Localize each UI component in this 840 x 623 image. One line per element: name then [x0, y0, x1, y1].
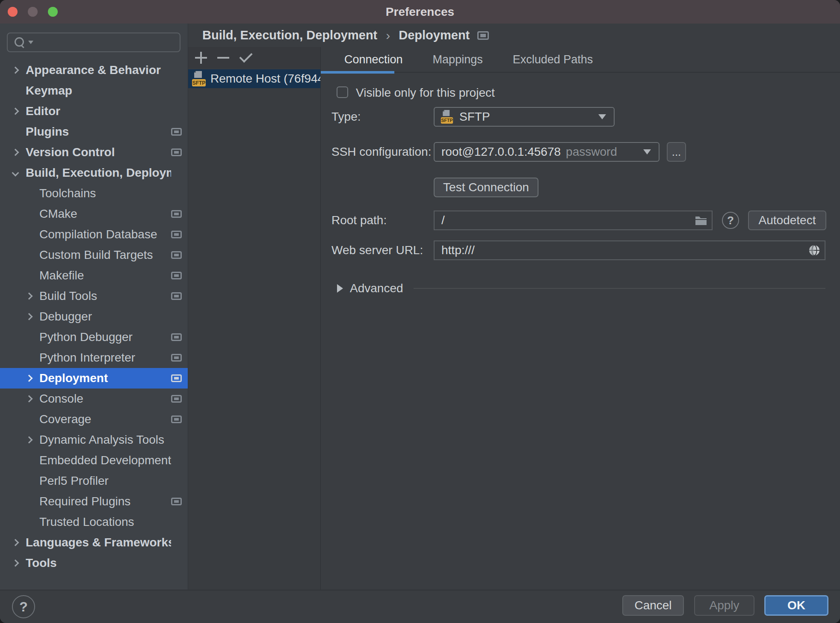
sidebar-item[interactable]: Trusted Locations	[0, 512, 188, 532]
sidebar-item[interactable]: Keymap	[0, 80, 188, 101]
web-server-url-input[interactable]	[435, 241, 825, 259]
breadcrumb-separator: ›	[385, 28, 391, 43]
ok-button[interactable]: OK	[764, 595, 828, 616]
sidebar-item-label: Keymap	[26, 84, 171, 98]
sidebar-item[interactable]: Embedded Development	[0, 450, 188, 471]
type-dropdown[interactable]: SFTP SFTP	[434, 107, 615, 127]
root-path-row: Root path: ? Autodetect	[321, 211, 840, 230]
in-window-settings-icon	[171, 292, 182, 300]
sidebar-item-label: Plugins	[26, 125, 171, 139]
sidebar-item-label: Appearance & Behavior	[26, 63, 171, 77]
sidebar-item[interactable]: Version Control	[0, 142, 188, 163]
server-list-toolbar	[188, 47, 320, 68]
visible-only-row: Visible only for this project	[321, 86, 840, 100]
settings-search-field[interactable]	[7, 33, 180, 52]
sidebar-item[interactable]: Coverage	[0, 409, 188, 430]
sidebar-item[interactable]: Console	[0, 389, 188, 409]
sidebar-item[interactable]: Custom Build Targets	[0, 245, 188, 265]
sidebar-item[interactable]: Required Plugins	[0, 491, 188, 512]
search-options-caret-icon[interactable]	[28, 41, 33, 44]
open-in-browser-globe-icon[interactable]	[808, 244, 820, 256]
sidebar-item[interactable]: Appearance & Behavior	[0, 60, 188, 80]
sidebar-item[interactable]: Dynamic Analysis Tools	[0, 430, 188, 450]
sidebar-item-label: Makefile	[39, 269, 171, 282]
sidebar-item[interactable]: Build, Execution, Deployment	[0, 163, 188, 183]
advanced-label[interactable]: Advanced	[350, 282, 403, 295]
sidebar-item[interactable]: Compilation Database	[0, 224, 188, 245]
add-server-icon[interactable]	[195, 51, 207, 64]
dropdown-arrow-icon	[598, 114, 606, 119]
browse-folder-icon[interactable]	[695, 215, 707, 226]
in-window-settings-icon	[171, 415, 182, 423]
minimize-window-button[interactable]	[28, 7, 38, 17]
test-connection-button[interactable]: Test Connection	[434, 178, 538, 197]
sidebar-item-label: Tools	[26, 556, 171, 570]
sidebar-item-label: Console	[39, 392, 171, 406]
sidebar-item[interactable]: Perl5 Profiler	[0, 471, 188, 491]
chevron-icon	[26, 395, 33, 403]
sidebar-item[interactable]: Makefile	[0, 265, 188, 286]
type-row: Type: SFTP SFTP	[321, 107, 840, 127]
type-value: SFTP	[459, 110, 490, 124]
sidebar-item-label: Toolchains	[39, 187, 171, 200]
autodetect-button[interactable]: Autodetect	[748, 211, 826, 230]
root-path-help-icon[interactable]: ?	[722, 212, 739, 229]
server-list-item[interactable]: SFTP Remote Host (76f9447	[188, 69, 320, 88]
sidebar-item[interactable]: Editor	[0, 101, 188, 122]
web-server-url-label: Web server URL:	[331, 243, 423, 257]
sidebar-item-label: Languages & Frameworks	[26, 536, 171, 549]
window-title: Preferences	[386, 5, 454, 19]
breadcrumb-current: Deployment	[399, 28, 470, 42]
search-input[interactable]	[38, 33, 183, 51]
tab-label: Mappings	[433, 53, 483, 66]
sftp-type-icon: SFTP	[441, 109, 453, 125]
help-button[interactable]: ?	[12, 595, 35, 618]
sidebar-item[interactable]: Python Interpreter	[0, 347, 188, 368]
sidebar-item[interactable]: Build Tools	[0, 286, 188, 306]
chevron-icon	[12, 539, 19, 546]
chevron-icon	[12, 67, 19, 74]
in-window-settings-icon	[171, 148, 182, 156]
root-path-input[interactable]	[435, 211, 712, 229]
sidebar-item[interactable]: Debugger	[0, 306, 188, 327]
sidebar-item[interactable]: Python Debugger	[0, 327, 188, 347]
breadcrumb: Build, Execution, Deployment › Deploymen…	[188, 24, 840, 47]
cancel-button[interactable]: Cancel	[622, 595, 684, 616]
advanced-expand-arrow-icon[interactable]	[337, 284, 343, 293]
sidebar-item-label: Build, Execution, Deployment	[26, 166, 171, 180]
zoom-window-button[interactable]	[48, 7, 58, 17]
close-window-button[interactable]	[8, 7, 18, 17]
sidebar-item[interactable]: Toolchains	[0, 183, 188, 204]
sidebar-item[interactable]: Languages & Frameworks	[0, 532, 188, 553]
in-window-settings-icon	[171, 210, 182, 218]
settings-tree: Appearance & Behavior Keymap Editor	[0, 60, 188, 573]
ssh-configuration-dropdown[interactable]: root@127.0.0.1:45678 password	[434, 142, 660, 162]
sidebar-item-label: Version Control	[26, 145, 171, 159]
dropdown-arrow-icon	[643, 149, 651, 154]
tab[interactable]: Excluded Paths	[509, 53, 597, 66]
svg-text:SFTP: SFTP	[441, 118, 453, 123]
sidebar-item[interactable]: CMake	[0, 204, 188, 224]
sidebar-item-label: Compilation Database	[39, 228, 171, 241]
remove-server-icon[interactable]	[217, 51, 230, 64]
tab[interactable]: Mappings	[429, 53, 487, 66]
sidebar-item[interactable]: Tools	[0, 553, 188, 573]
sidebar-item[interactable]: Deployment	[0, 368, 188, 389]
visible-only-checkbox[interactable]	[337, 86, 348, 98]
tabs: Connection Mappings Excluded Paths	[321, 47, 840, 73]
ssh-configurations-more-button[interactable]: ...	[667, 142, 686, 162]
ssh-auth-hint: password	[566, 145, 617, 159]
breadcrumb-parent[interactable]: Build, Execution, Deployment	[202, 28, 377, 42]
in-window-settings-icon	[171, 272, 182, 279]
apply-button[interactable]: Apply	[694, 595, 754, 616]
tab-label: Excluded Paths	[513, 53, 593, 66]
test-connection-row: Test Connection	[321, 178, 840, 197]
chevron-icon	[12, 169, 19, 177]
in-window-settings-icon[interactable]	[477, 31, 489, 40]
connection-settings-panel: Connection Mappings Excluded Paths Visib…	[321, 47, 840, 590]
sidebar-item[interactable]: Plugins	[0, 122, 188, 142]
deployment-server-list-panel: SFTP Remote Host (76f9447	[188, 47, 321, 590]
use-as-default-check-icon[interactable]	[239, 51, 252, 64]
settings-sidebar: Appearance & Behavior Keymap Editor	[0, 24, 188, 590]
tab[interactable]: Connection	[340, 53, 407, 66]
